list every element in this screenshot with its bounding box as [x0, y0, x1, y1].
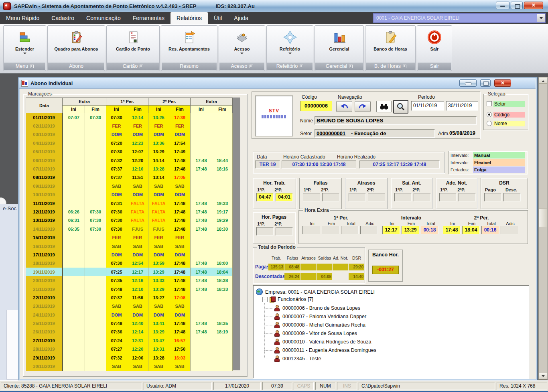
- periodo-to-field[interactable]: 30/11/2019: [446, 101, 478, 111]
- grid-time-cell[interactable]: SAB: [169, 302, 191, 311]
- stat-field[interactable]: [322, 193, 339, 201]
- minimize-button[interactable]: [496, 2, 509, 9]
- grid-time-cell[interactable]: [212, 173, 233, 182]
- table-row[interactable]: 30/11/2019SABSABSABSAB: [26, 362, 233, 370]
- grid-time-cell[interactable]: FALTA: [148, 216, 169, 225]
- stat-field[interactable]: [484, 193, 501, 201]
- grid-time-cell[interactable]: [85, 250, 106, 259]
- tree-item-employee[interactable]: 00000008 - Michel Guimarães Rocha: [274, 322, 365, 328]
- grid-time-cell[interactable]: 17:48: [191, 225, 212, 233]
- hora-extra-field[interactable]: [501, 226, 518, 234]
- grid-time-cell[interactable]: [63, 250, 85, 259]
- grid-time-cell[interactable]: FALTA: [127, 216, 148, 225]
- nav-previous-button[interactable]: [336, 101, 352, 112]
- grid-time-cell[interactable]: [63, 233, 85, 242]
- grid-time-cell[interactable]: 07:30: [106, 148, 127, 156]
- grid-time-cell[interactable]: DOM: [169, 130, 191, 139]
- grid-time-cell[interactable]: [212, 242, 233, 250]
- grid-time-cell[interactable]: 17:48: [191, 319, 212, 327]
- grid-time-cell[interactable]: 17:48: [191, 207, 212, 216]
- collapse-icon[interactable]: [262, 297, 268, 302]
- grid-time-cell[interactable]: DOM: [148, 191, 169, 199]
- grid-time-cell[interactable]: [191, 173, 212, 182]
- grid-time-cell[interactable]: [63, 268, 85, 276]
- grid-time-cell[interactable]: 17:48: [169, 319, 191, 327]
- grid-time-cell[interactable]: SAB: [106, 362, 127, 370]
- table-row[interactable]: 22/11/201907:3711:5613:2717:08: [26, 293, 233, 302]
- tree-item-employee[interactable]: 00000009 - Vitor de Sousa Lopes: [274, 330, 357, 337]
- grid-time-cell[interactable]: [63, 173, 85, 182]
- tree-item-employee[interactable]: 00000011 - Eugenia Andressa Domingues: [274, 347, 376, 353]
- hora-extra-field[interactable]: [322, 226, 339, 234]
- grid-time-cell[interactable]: 18:33: [212, 285, 233, 293]
- close-button[interactable]: ✕: [524, 2, 543, 9]
- scrollbar-up-button[interactable]: [539, 77, 547, 84]
- grid-time-cell[interactable]: [212, 293, 233, 302]
- grid-time-cell[interactable]: [63, 165, 85, 173]
- preview-button[interactable]: [393, 100, 408, 114]
- table-row[interactable]: 04/11/201907:2012:2313:3617:54: [26, 139, 233, 147]
- grid-time-cell[interactable]: [191, 336, 212, 345]
- grid-time-cell[interactable]: 18:35: [212, 319, 233, 327]
- grid-time-cell[interactable]: 12:23: [127, 139, 148, 147]
- grid-time-cell[interactable]: FER: [169, 122, 191, 130]
- stat-field[interactable]: [394, 193, 412, 201]
- grid-date-cell[interactable]: 20/11/2019: [26, 276, 63, 284]
- grid-time-cell[interactable]: 19:17: [212, 207, 233, 216]
- grid-time-cell[interactable]: 07:48: [106, 285, 127, 293]
- grid-time-cell[interactable]: [85, 311, 106, 319]
- grid-time-cell[interactable]: [191, 353, 212, 362]
- grid-time-cell[interactable]: 13:29: [148, 268, 169, 276]
- grid-time-cell[interactable]: 07:20: [106, 139, 127, 147]
- grid-time-cell[interactable]: 07:07: [63, 113, 85, 122]
- grid-time-cell[interactable]: 12:06: [127, 353, 148, 362]
- grid-time-cell[interactable]: FJUS: [148, 225, 169, 233]
- grid-time-cell[interactable]: 07:32: [106, 156, 127, 165]
- ribbon-button-res-apontamentos[interactable]: Res. Apontamentos: [162, 27, 216, 62]
- grid-time-cell[interactable]: [212, 345, 233, 353]
- stat-field[interactable]: [459, 193, 476, 201]
- grid-date-cell[interactable]: 15/11/2019: [26, 233, 63, 242]
- grid-time-cell[interactable]: [85, 173, 106, 182]
- scrollbar-down-button[interactable]: [539, 373, 547, 380]
- selecao-setor-option[interactable]: Setor: [487, 100, 525, 107]
- grid-time-cell[interactable]: 07:30: [85, 207, 106, 216]
- grid-time-cell[interactable]: [85, 268, 106, 276]
- group-expander-icon[interactable]: [403, 65, 406, 68]
- grid-time-cell[interactable]: DOM: [127, 311, 148, 319]
- grid-time-cell[interactable]: 17:48: [169, 216, 191, 225]
- grid-time-cell[interactable]: 12:16: [127, 276, 148, 284]
- grid-time-cell[interactable]: 17:48: [169, 259, 191, 268]
- grid-time-cell[interactable]: [63, 353, 85, 362]
- table-row[interactable]: 17/11/2019DOMDOMDOMDOM: [26, 250, 233, 259]
- grid-time-cell[interactable]: 18:00: [212, 259, 233, 268]
- grid-time-cell[interactable]: DOM: [169, 311, 191, 319]
- company-combobox[interactable]: 0001 - GAIA ENERGIA SOLAR EIRELI: [373, 13, 546, 23]
- hora-extra-field[interactable]: 00:16: [481, 226, 499, 234]
- grid-time-cell[interactable]: 17:48: [169, 285, 191, 293]
- grid-time-cell[interactable]: 13:25: [148, 113, 169, 122]
- grid-time-cell[interactable]: [63, 319, 85, 327]
- grid-time-cell[interactable]: [63, 259, 85, 268]
- grid-time-cell[interactable]: 17:05: [169, 173, 191, 182]
- grid-time-cell[interactable]: 13:33: [148, 276, 169, 284]
- menu-item-ajuda[interactable]: Ajuda: [228, 12, 254, 24]
- grid-time-cell[interactable]: [191, 250, 212, 259]
- ribbon-group-label[interactable]: Resumo: [162, 63, 217, 70]
- grid-time-cell[interactable]: DOM: [127, 191, 148, 199]
- selecao-nome-option[interactable]: Nome: [487, 120, 525, 127]
- table-row[interactable]: 19/11/201907:2512:1713:2917:4817:4818:04: [26, 268, 233, 276]
- grid-date-cell[interactable]: 03/11/2019: [26, 130, 63, 139]
- ribbon-button-cartão-de-ponto[interactable]: Cartão de Ponto: [108, 27, 158, 62]
- grid-time-cell[interactable]: 17:48: [169, 207, 191, 216]
- ribbon-button-gerencial[interactable]: Gerencial: [316, 27, 363, 62]
- grid-time-cell[interactable]: [191, 293, 212, 302]
- grid-time-cell[interactable]: 17:48: [191, 156, 212, 165]
- grid-time-cell[interactable]: 17:48: [169, 276, 191, 284]
- grid-time-cell[interactable]: [85, 233, 106, 242]
- stat-field[interactable]: [368, 193, 385, 201]
- grid-time-cell[interactable]: DOM: [127, 250, 148, 259]
- grid-date-cell[interactable]: 30/11/2019: [26, 362, 63, 370]
- hora-extra-field[interactable]: [360, 226, 378, 234]
- stat-field[interactable]: [303, 193, 320, 201]
